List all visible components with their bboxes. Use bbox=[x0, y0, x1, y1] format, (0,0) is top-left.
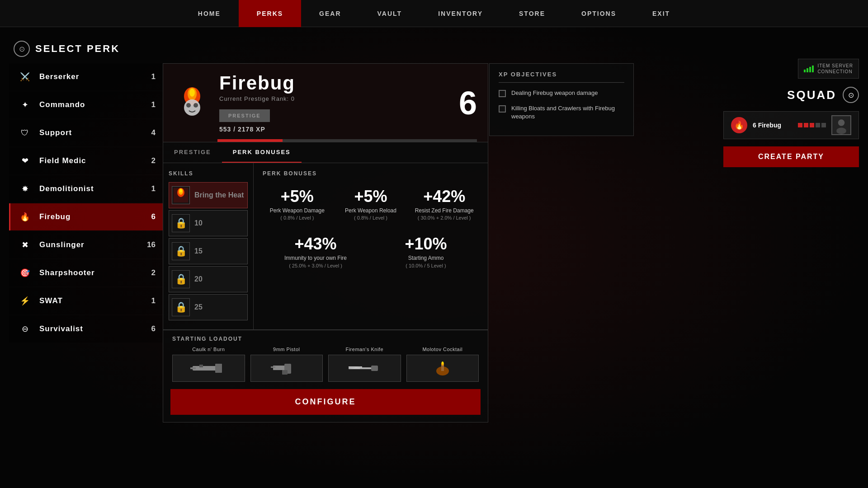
xp-checkbox-1[interactable] bbox=[499, 90, 506, 97]
bonus-resist-fire-damage: +42% Resist Zed Fire Damage ( 30.0% + 2.… bbox=[410, 184, 479, 224]
player-level-badge: 6 Firebug bbox=[753, 122, 781, 129]
create-party-button[interactable]: CREATE PARTY bbox=[723, 146, 859, 167]
perk-item-field-medic[interactable]: ❤ Field Medic 2 bbox=[9, 147, 163, 174]
lock-icon-15: 🔒 bbox=[172, 242, 190, 260]
svg-rect-19 bbox=[349, 366, 362, 367]
perk-item-gunslinger[interactable]: ✖ Gunslinger 16 bbox=[9, 231, 163, 258]
bonus-label-5: Starting Ammo bbox=[375, 255, 477, 262]
field-medic-level: 2 bbox=[151, 156, 156, 165]
nav-vault[interactable]: VAULT bbox=[359, 0, 420, 27]
loadout-molotov-name: Molotov Cocktail bbox=[406, 347, 479, 352]
support-icon: 🛡 bbox=[18, 126, 32, 140]
swat-level: 1 bbox=[151, 296, 156, 305]
skill-level-15[interactable]: 🔒 15 bbox=[169, 238, 248, 264]
select-perk-icon: ⊙ bbox=[14, 41, 30, 57]
bonus-value-2: +5% bbox=[338, 188, 404, 206]
demolitionist-level: 1 bbox=[151, 184, 156, 193]
xp-bar-fill bbox=[217, 139, 283, 142]
loadout-firemans-knife: Fireman's Knife bbox=[328, 347, 401, 382]
server-signal-bars bbox=[804, 65, 814, 72]
nav-store[interactable]: STORE bbox=[501, 0, 563, 27]
bonus-immunity-fire: +43% Immunity to your own Fire ( 25.0% +… bbox=[263, 231, 368, 272]
sharpshooter-icon: 🎯 bbox=[18, 266, 32, 280]
sharpshooter-level: 2 bbox=[151, 268, 156, 277]
survivalist-icon: ⊖ bbox=[18, 322, 32, 336]
rank-pip-2 bbox=[804, 123, 808, 127]
nav-gear[interactable]: GEAR bbox=[301, 0, 359, 27]
tab-prestige[interactable]: PRESTIGE bbox=[163, 142, 222, 163]
skills-panel: SKILLS Bring the Heat bbox=[163, 163, 254, 329]
rank-pips bbox=[798, 123, 826, 127]
nav-home[interactable]: HOME bbox=[180, 0, 239, 27]
loadout-molotov-img bbox=[406, 355, 479, 382]
demolitionist-name: Demolitionist bbox=[39, 184, 147, 193]
skill-20-label: 20 bbox=[194, 275, 203, 283]
rank-pip-1 bbox=[798, 123, 802, 127]
perk-big-level: 6 bbox=[459, 87, 477, 119]
perk-list: ⚔️ Berserker 1 ✦ Commando 1 🛡 Support 4 … bbox=[9, 63, 163, 343]
loadout-items: Caulk n' Burn 9mm Pistol bbox=[172, 347, 479, 382]
bring-the-heat-icon bbox=[172, 186, 190, 204]
nav-inventory[interactable]: INVENTORY bbox=[420, 0, 501, 27]
commando-icon: ✦ bbox=[18, 98, 32, 112]
xp-checkbox-2[interactable] bbox=[499, 105, 506, 113]
bonus-sublabel-2: ( 0.8% / Level ) bbox=[338, 215, 404, 221]
perk-tabs: PRESTIGE PERK BONUSES bbox=[163, 142, 488, 163]
configure-button[interactable]: CONFIGURE bbox=[170, 389, 481, 415]
bar-3 bbox=[809, 67, 811, 72]
perk-prestige-rank: Current Prestige Rank: 0 bbox=[219, 95, 450, 102]
top-right-panel: ITEM SERVER CONNECTION SQUAD ⊙ 🔥 6 Fireb… bbox=[723, 59, 859, 167]
perk-item-berserker[interactable]: ⚔️ Berserker 1 bbox=[9, 63, 163, 90]
bonus-perk-weapon-damage: +5% Perk Weapon Damage ( 0.8% / Level ) bbox=[263, 184, 332, 224]
loadout-section: STARTING LOADOUT Caulk n' Burn 9mm P bbox=[163, 330, 488, 389]
perk-item-firebug[interactable]: 🔥 Firebug 6 bbox=[9, 203, 163, 230]
skill-level-25[interactable]: 🔒 25 bbox=[169, 294, 248, 320]
skill-bring-the-heat[interactable]: Bring the Heat bbox=[169, 182, 248, 208]
perk-item-demolitionist[interactable]: ✸ Demolitionist 1 bbox=[9, 175, 163, 202]
xp-obj-text-1: Dealing Firebug weapon damage bbox=[511, 89, 598, 97]
player-perk-icon: 🔥 bbox=[731, 117, 747, 133]
bonuses-grid-row1: +5% Perk Weapon Damage ( 0.8% / Level ) … bbox=[263, 184, 479, 224]
svg-point-26 bbox=[838, 119, 845, 126]
svg-point-4 bbox=[186, 103, 191, 108]
svg-point-2 bbox=[189, 89, 195, 97]
bonus-sublabel-3: ( 30.0% + 2.0% / Level ) bbox=[411, 215, 477, 221]
perk-item-swat[interactable]: ⚡ SWAT 1 bbox=[9, 287, 163, 314]
nav-perks[interactable]: PERKS bbox=[239, 0, 301, 27]
svg-rect-22 bbox=[441, 365, 444, 371]
bonus-label-2: Perk Weapon Reload bbox=[338, 207, 404, 215]
gunslinger-icon: ✖ bbox=[18, 238, 32, 252]
nav-options[interactable]: OPTIONS bbox=[563, 0, 634, 27]
survivalist-level: 6 bbox=[151, 324, 156, 333]
xp-progress-label: 553 / 2178 XP bbox=[219, 126, 450, 133]
prestige-button[interactable]: PRESTIGE bbox=[219, 109, 270, 122]
perk-title: Firebug bbox=[219, 73, 450, 94]
bar-4 bbox=[812, 66, 814, 72]
bonus-perk-weapon-reload: +5% Perk Weapon Reload ( 0.8% / Level ) bbox=[336, 184, 406, 224]
bonus-sublabel-1: ( 0.8% / Level ) bbox=[264, 215, 330, 221]
skill-level-10[interactable]: 🔒 10 bbox=[169, 210, 248, 236]
tab-perk-bonuses[interactable]: PERK BONUSES bbox=[222, 142, 302, 163]
bar-2 bbox=[807, 68, 808, 72]
bonus-sublabel-4: ( 25.0% + 3.0% / Level ) bbox=[264, 263, 367, 268]
nav-exit[interactable]: EXIT bbox=[634, 0, 688, 27]
svg-rect-11 bbox=[215, 364, 222, 373]
svg-rect-20 bbox=[371, 366, 378, 371]
skill-15-label: 15 bbox=[194, 247, 203, 255]
skill-level-20[interactable]: 🔒 20 bbox=[169, 266, 248, 292]
bonus-label-3: Resist Zed Fire Damage bbox=[411, 207, 477, 215]
xp-objectives-panel: XP OBJECTIVES Dealing Firebug weapon dam… bbox=[489, 63, 634, 136]
bonus-label-4: Immunity to your own Fire bbox=[264, 255, 367, 262]
select-perk-title: SELECT PERK bbox=[35, 43, 120, 55]
svg-rect-12 bbox=[190, 367, 196, 369]
squad-row: SQUAD ⊙ bbox=[787, 87, 859, 103]
player-avatar bbox=[831, 115, 851, 135]
squad-icon: ⊙ bbox=[843, 87, 859, 103]
lock-icon-20: 🔒 bbox=[172, 270, 190, 288]
perk-item-sharpshooter[interactable]: 🎯 Sharpshooter 2 bbox=[9, 259, 163, 286]
perk-item-survivalist[interactable]: ⊖ Survivalist 6 bbox=[9, 315, 163, 343]
field-medic-name: Field Medic bbox=[39, 156, 147, 165]
squad-label: SQUAD bbox=[787, 88, 836, 102]
perk-item-support[interactable]: 🛡 Support 4 bbox=[9, 119, 163, 146]
perk-item-commando[interactable]: ✦ Commando 1 bbox=[9, 91, 163, 118]
